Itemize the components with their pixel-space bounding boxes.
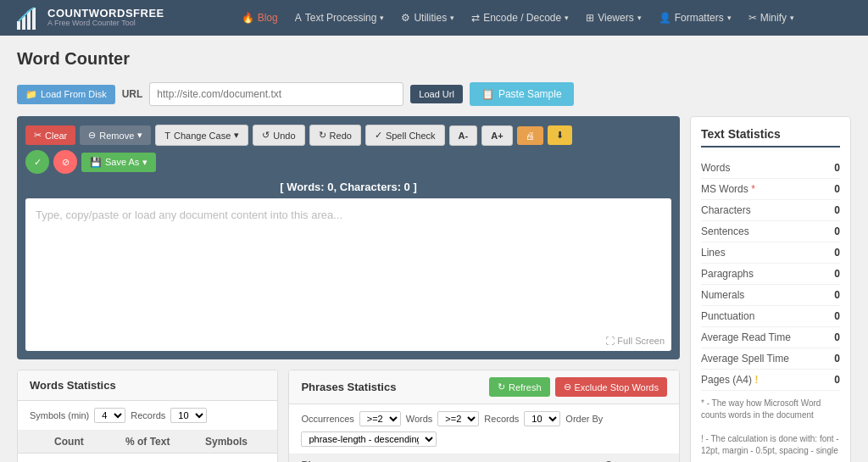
svg-rect-1 [17,21,20,30]
exclude-stop-words-button[interactable]: ⊖ Exclude Stop Words [555,377,667,397]
nav-item-encode-decode[interactable]: ⇄ Encode / Decode ▾ [465,8,576,27]
load-from-disk-button[interactable]: 📁 Load From Disk [17,85,115,104]
text-stats-title: Text Statistics [701,127,840,148]
nav-item-minify[interactable]: ✂ Minify ▾ [742,8,801,27]
stat-row-characters: Characters 0 [701,200,840,221]
nav-item-blog[interactable]: 🔥 Blog [235,8,285,27]
phrases-words-label: Words [406,414,433,424]
phrases-records-select[interactable]: 102050 [524,411,560,426]
nav-items: 🔥 Blog A Text Processing ▾ ⚙ Utilities ▾… [181,8,854,27]
words-table-header: Count % of Text Symbols [18,431,277,454]
nav-viewers-label: Viewers [598,12,633,24]
exclude-icon: ⊖ [564,381,571,392]
bottom-panels: Words Statistics Symbols (min) 4235 Reco… [17,370,680,462]
chevron-save-icon: ▾ [142,157,147,168]
stat-row-sentences: Sentences 0 [701,221,840,242]
words-panel-options: Symbols (min) 4235 Records 102050 [18,401,277,431]
words-statistics-panel: Words Statistics Symbols (min) 4235 Reco… [17,370,278,462]
paste-label: Paste Sample [498,88,562,100]
words-table-body: No Data [18,454,277,462]
load-url-button[interactable]: Load Url [410,85,463,103]
change-case-button[interactable]: T Change Case ▾ [155,125,248,146]
url-input[interactable] [149,82,403,106]
nav-formatters-label: Formatters [675,12,724,24]
chevron-remove-icon: ▾ [137,130,142,141]
footnote: * - The way how Microsoft Word counts wo… [701,398,840,457]
clear-button[interactable]: ✂ Clear [25,125,75,145]
occurrences-select[interactable]: >=2>=3>=5 [359,411,401,426]
fullscreen-label: Full Screen [617,336,665,346]
brand-sub: A Free Word Counter Tool [47,19,164,28]
refresh-icon: ↻ [498,381,505,392]
chevron-down-icon: ▾ [380,14,384,22]
words-records-select[interactable]: 102050 [170,408,207,423]
phrases-header-buttons: ↻ Refresh ⊖ Exclude Stop Words [489,377,667,397]
symbols-label: Symbols (min) [30,410,89,420]
fullscreen-button[interactable]: ⛶ Full Screen [605,336,665,346]
brand-logo-area: COUNTWORDSFREE A Free Word Counter Tool [14,4,164,31]
stat-row-words: Words 0 [701,158,840,179]
stat-row-punctuation: Punctuation 0 [701,306,840,327]
nav-item-formatters[interactable]: 👤 Formatters ▾ [652,8,738,27]
editor-textarea[interactable]: Type, copy/paste or load any document co… [25,198,671,351]
viewers-icon: ⊞ [586,12,594,24]
nav-item-text-processing[interactable]: A Text Processing ▾ [288,8,392,27]
nav-textprocessing-label: Text Processing [305,12,377,24]
stat-value-lines: 0 [834,247,840,259]
nav-encode-label: Encode / Decode [483,12,561,24]
paste-sample-button[interactable]: 📋 Paste Sample [470,82,574,106]
load-disk-label: Load From Disk [41,89,107,99]
toolbar-right: ✓ ⊘ 💾 Save As ▾ [25,150,156,174]
remove-button[interactable]: ⊖ Remove ▾ [80,125,151,145]
fullscreen-icon: ⛶ [605,336,615,346]
text-statistics-panel: Text Statistics Words 0 MS Words * 0 Cha… [690,116,851,462]
redo-button[interactable]: ↻ Redo [309,125,361,146]
stat-label-avg-spell: Average Spell Time [701,353,789,365]
stat-label-sentences: Sentences [701,225,749,237]
refresh-button[interactable]: ↻ Refresh [489,377,550,397]
words-panel-header: Words Statistics [18,370,277,401]
phrases-panel-options: Occurrences >=2>=3>=5 Words >=2>=3 Recor… [289,404,679,454]
font-decrease-button[interactable]: A- [449,125,478,146]
stat-value-words: 0 [834,162,840,174]
stat-value-numerals: 0 [834,289,840,301]
spell-check-button[interactable]: ✓ Spell Check [365,125,445,146]
navbar: COUNTWORDSFREE A Free Word Counter Tool … [0,0,868,36]
fire-icon: 🔥 [242,12,254,24]
save-as-button[interactable]: 💾 Save As ▾ [81,153,156,172]
brand-name: COUNTWORDSFREE [47,8,164,19]
editor-placeholder: Type, copy/paste or load any document co… [36,209,342,221]
print-button[interactable]: 🖨 [517,126,543,145]
nav-item-viewers[interactable]: ⊞ Viewers ▾ [579,8,648,27]
nav-minify-label: Minify [760,12,787,24]
phrases-records-label: Records [484,414,519,424]
stat-row-mswords: MS Words * 0 [701,179,840,200]
download-button[interactable]: ⬇ [548,125,572,145]
words-panel-title: Words Statistics [30,379,116,392]
redo-icon: ↻ [319,130,326,141]
stat-label-mswords: MS Words * [701,183,755,195]
stat-value-paragraphs: 0 [834,268,840,280]
main-layout: ✂ Clear ⊖ Remove ▾ T Change Case ▾ ↺ [17,116,851,462]
print-icon: 🖨 [526,131,535,141]
stat-value-avg-spell: 0 [834,353,840,365]
stat-label-avg-read: Average Read Time [701,331,791,343]
green-circle-button[interactable]: ✓ [25,150,49,174]
stat-label-paragraphs: Paragraphs [701,268,754,280]
nav-item-utilities[interactable]: ⚙ Utilities ▾ [394,8,461,27]
scissors-icon: ✂ [34,130,42,141]
phrases-table-header: Phrase Occurrences [289,454,679,462]
footnote-2: ! - The calculation is done with: font -… [701,433,840,457]
upload-icon: 📁 [25,89,37,100]
red-circle-button[interactable]: ⊘ [53,150,77,174]
stat-value-punctuation: 0 [834,310,840,322]
symbols-select[interactable]: 4235 [94,408,125,423]
font-increase-button[interactable]: A+ [481,125,512,146]
page-title: Word Counter [17,49,851,69]
footnote-1: * - The way how Microsoft Word counts wo… [701,398,840,421]
stat-row-lines: Lines 0 [701,242,840,264]
order-by-select[interactable]: phrase-length - descending occurrences -… [301,431,437,447]
undo-button[interactable]: ↺ Undo [253,125,304,146]
stat-label-characters: Characters [701,204,751,216]
phrases-words-select[interactable]: >=2>=3 [437,411,479,426]
